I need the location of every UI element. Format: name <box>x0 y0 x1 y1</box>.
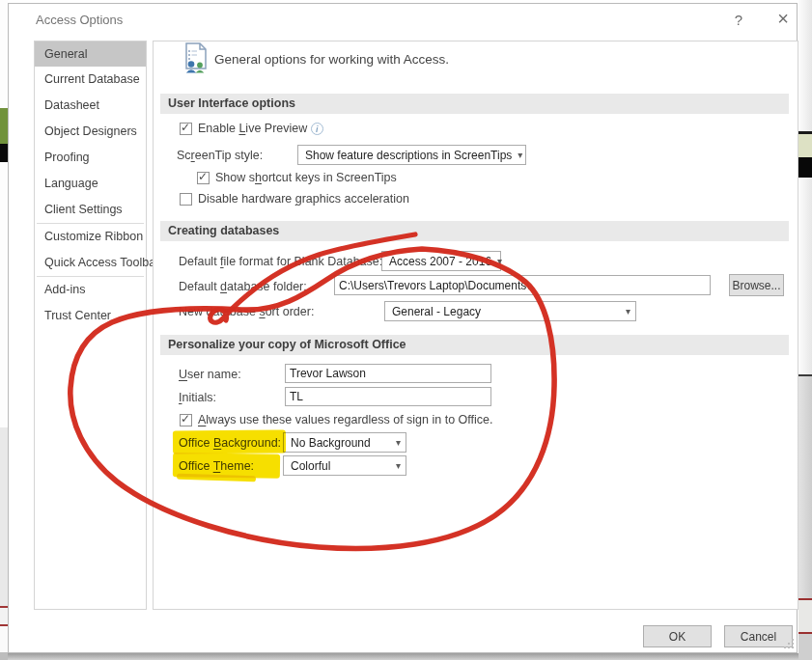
background-app-edge <box>0 652 8 660</box>
office-background-dropdown[interactable]: No Background▾ <box>283 432 406 453</box>
ok-button[interactable]: OK <box>643 625 712 647</box>
show-shortcut-keys-checkbox[interactable]: ✓ <box>197 172 210 184</box>
disable-hardware-acceleration-checkbox[interactable] <box>180 193 192 206</box>
info-icon[interactable]: i <box>311 123 323 135</box>
checkmark-icon: ✓ <box>181 412 190 426</box>
chevron-down-icon: ▾ <box>626 306 630 316</box>
background-app-black-block <box>0 144 8 162</box>
user-name-input[interactable] <box>285 364 491 383</box>
new-database-sort-order-label: New database sort order: <box>179 305 314 318</box>
sidebar-item-general[interactable]: General <box>35 41 146 67</box>
background-app-gray-block <box>798 376 812 598</box>
dialog-shadow <box>8 653 798 660</box>
background-app-row <box>0 608 8 624</box>
initials-label: Initials: <box>179 391 216 404</box>
default-database-folder-input[interactable] <box>334 275 711 295</box>
office-theme-dropdown[interactable]: Colorful▾ <box>283 455 406 476</box>
sidebar-item-current-database[interactable]: Current Database <box>35 67 146 93</box>
close-icon[interactable]: × <box>770 8 796 30</box>
dialog-title: Access Options <box>36 13 123 27</box>
page-title: General options for working with Access. <box>214 52 449 67</box>
sidebar-item-language[interactable]: Language <box>35 171 146 197</box>
default-file-format-label: Default file format for Blank Database: <box>179 255 382 268</box>
default-file-format-dropdown[interactable]: Access 2007 - 2016▾ <box>381 251 501 271</box>
background-app-row <box>0 626 8 652</box>
chevron-down-icon: ▾ <box>396 437 401 448</box>
yellow-highlight-office-background <box>173 429 286 454</box>
sidebar-item-add-ins[interactable]: Add-ins <box>35 277 146 303</box>
new-database-sort-order-dropdown[interactable]: General - Legacy▾ <box>384 301 636 321</box>
help-icon[interactable]: ? <box>728 12 749 28</box>
background-app-black-block <box>798 157 812 178</box>
sidebar-item-object-designers[interactable]: Object Designers <box>35 119 146 145</box>
initials-input[interactable] <box>285 387 491 406</box>
background-app-khaki-block <box>798 134 812 157</box>
sidebar-item-client-settings[interactable]: Client Settings <box>35 197 146 223</box>
sidebar-item-trust-center[interactable]: Trust Center <box>35 303 146 329</box>
sidebar-item-customize-ribbon[interactable]: Customize Ribbon <box>35 224 146 250</box>
section-header-user-interface: User Interface options <box>160 94 789 114</box>
general-header-icon <box>182 42 210 79</box>
sidebar-item-proofing[interactable]: Proofing <box>35 145 146 171</box>
enable-live-preview-label: Enable Live Preview i <box>198 122 323 135</box>
background-app-green-block <box>0 108 8 144</box>
background-app-gray-block <box>0 427 8 606</box>
section-header-creating-databases: Creating databases <box>160 221 789 241</box>
chevron-down-icon: ▾ <box>497 256 502 266</box>
user-name-label: User name: <box>179 368 241 381</box>
screen: Access Options ? × General Current Datab… <box>0 0 812 660</box>
resize-grip[interactable] <box>784 639 786 641</box>
always-use-values-label: Always use these values regardless of si… <box>198 413 493 426</box>
default-database-folder-label: Default database folder: <box>179 280 307 293</box>
disable-hardware-acceleration-label: Disable hardware graphics acceleration <box>198 192 409 206</box>
screentip-style-label: ScreenTip style: <box>177 149 263 162</box>
always-use-values-checkbox[interactable]: ✓ <box>180 414 192 426</box>
section-header-personalize: Personalize your copy of Microsoft Offic… <box>160 335 789 355</box>
options-sidebar: General Current Database Datasheet Objec… <box>34 41 147 610</box>
chevron-down-icon: ▾ <box>518 150 522 160</box>
checkmark-icon: ✓ <box>181 121 190 134</box>
sidebar-item-datasheet[interactable]: Datasheet <box>35 93 146 119</box>
browse-button[interactable]: Browse... <box>729 274 784 296</box>
sidebar-item-quick-access-toolbar[interactable]: Quick Access Toolbar <box>35 250 146 276</box>
cancel-button[interactable]: Cancel <box>724 625 793 647</box>
background-app-row <box>798 634 812 660</box>
background-app-row <box>798 600 812 632</box>
checkmark-icon: ✓ <box>198 170 208 183</box>
enable-live-preview-checkbox[interactable]: ✓ <box>180 123 192 135</box>
screentip-style-dropdown[interactable]: Show feature descriptions in ScreenTips▾ <box>297 145 526 165</box>
show-shortcut-keys-label: Show shortcut keys in ScreenTips <box>215 171 397 184</box>
chevron-down-icon: ▾ <box>396 460 401 471</box>
